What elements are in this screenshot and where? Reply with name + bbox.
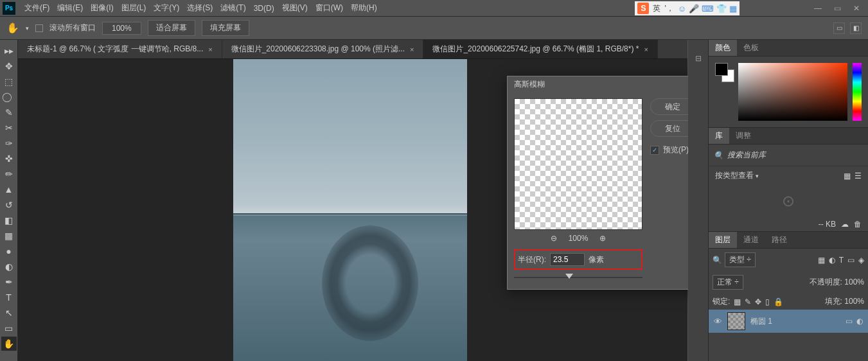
menu-layer[interactable]: 图层(L) [118, 3, 150, 13]
maximize-button[interactable]: ▭ [828, 2, 846, 15]
menu-type[interactable]: 文字(Y) [150, 3, 183, 13]
tab-close-icon[interactable]: × [644, 46, 648, 53]
layer-thumbnail[interactable] [727, 312, 745, 330]
swatches-tab[interactable]: 色板 [737, 40, 765, 56]
color-tab[interactable]: 颜色 [709, 40, 737, 56]
color-swatches[interactable] [715, 63, 733, 81]
tool-chevron-icon[interactable]: ▾ [26, 25, 29, 31]
preview-checkbox[interactable]: ✓ [650, 146, 659, 155]
eyedropper-tool[interactable]: ✑ [1, 136, 17, 150]
eraser-tool[interactable]: ◧ [1, 213, 17, 227]
menu-select[interactable]: 选择(S) [183, 3, 217, 13]
scroll-all-checkbox[interactable] [35, 24, 43, 32]
radius-slider[interactable] [514, 272, 642, 283]
trash-icon[interactable]: 🗑 [854, 220, 862, 229]
panel-strip-icon[interactable]: ⊟ [695, 54, 702, 63]
tab-close-icon[interactable]: × [208, 46, 212, 53]
grid-view-icon[interactable]: ▦ [844, 172, 851, 180]
sogou-icon[interactable]: S [637, 3, 649, 14]
search-input[interactable]: 搜索当前库 [727, 150, 766, 161]
menu-view[interactable]: 视图(V) [278, 3, 312, 13]
mic-icon[interactable]: 🎤 [689, 4, 699, 13]
menu-window[interactable]: 窗口(W) [312, 3, 347, 13]
fill-value[interactable]: 100% [844, 297, 864, 306]
color-field[interactable] [738, 63, 847, 121]
preview-image[interactable] [514, 98, 642, 230]
quick-select-tool[interactable]: ✎ [1, 105, 17, 119]
shape-tool[interactable]: ▭ [1, 321, 17, 335]
expand-icon[interactable]: ▸▸ [1, 44, 17, 58]
gradient-tool[interactable]: ▦ [1, 229, 17, 243]
menu-help[interactable]: 帮助(H) [347, 3, 381, 13]
healing-tool[interactable]: ✜ [1, 152, 17, 166]
tab-close-icon[interactable]: × [410, 46, 414, 53]
hue-slider[interactable] [853, 63, 862, 121]
opacity-value[interactable]: 100% [844, 277, 864, 286]
paths-tab[interactable]: 路径 [765, 232, 793, 248]
zoom-out-icon[interactable]: ⊖ [551, 234, 557, 243]
fill-screen-button[interactable]: 填充屏幕 [202, 20, 249, 36]
keyboard-icon[interactable]: ⌨ [702, 4, 714, 13]
view-type-dropdown[interactable]: 按类型查看 [715, 171, 754, 180]
lock-pos-icon[interactable]: ✥ [755, 297, 761, 306]
toolbox-icon[interactable]: ▦ [729, 4, 737, 13]
cloud-icon[interactable]: ☁ [841, 220, 849, 229]
blend-mode-dropdown[interactable]: 正常 ÷ [713, 275, 743, 290]
menu-file[interactable]: 文件(F) [21, 3, 53, 13]
list-view-icon[interactable]: ☰ [855, 172, 862, 180]
lock-artboard-icon[interactable]: ▯ [765, 297, 770, 306]
menu-3d[interactable]: 3D(D) [250, 4, 278, 13]
opt-icon-2[interactable]: ◧ [850, 22, 862, 34]
menu-image[interactable]: 图像(I) [87, 3, 117, 13]
close-button[interactable]: ✕ [847, 2, 865, 15]
fit-screen-button[interactable]: 适合屏幕 [148, 20, 195, 36]
layer-fx-icon[interactable]: ◐ [856, 317, 863, 326]
libraries-tab[interactable]: 库 [709, 128, 729, 144]
filter-smart-icon[interactable]: ◈ [858, 256, 864, 265]
opt-icon-1[interactable]: ▭ [833, 22, 845, 34]
dodge-tool[interactable]: ◐ [1, 260, 17, 274]
ime-punct[interactable]: '， [664, 3, 673, 14]
lasso-tool[interactable]: ⃝ [1, 90, 17, 104]
type-tool[interactable]: T [1, 290, 17, 304]
filter-adjust-icon[interactable]: ◐ [829, 256, 835, 265]
filter-image-icon[interactable]: ▦ [818, 256, 825, 265]
layer-link-icon[interactable]: ▭ [846, 317, 853, 326]
lock-trans-icon[interactable]: ▦ [734, 297, 741, 306]
doc-tab-1[interactable]: 未标题-1 @ 66.7% ( 文字弧度 一键调节哈, RGB/8...× [18, 40, 222, 58]
hand-tool-icon[interactable]: ✋ [6, 22, 19, 34]
pen-tool[interactable]: ✒ [1, 275, 17, 289]
kind-dropdown[interactable]: 类型 ÷ [725, 252, 756, 267]
filter-shape-icon[interactable]: ▭ [847, 256, 855, 265]
brush-tool[interactable]: ✏ [1, 167, 17, 181]
emoji-icon[interactable]: ☺ [678, 4, 686, 13]
blur-tool[interactable]: ● [1, 244, 17, 258]
radius-input[interactable] [550, 253, 585, 266]
doc-tab-2[interactable]: 微信图片_20200606223308.jpg @ 100% (照片滤...× [222, 40, 424, 58]
visibility-icon[interactable]: 👁 [714, 317, 722, 326]
adjustments-tab[interactable]: 调整 [729, 128, 757, 144]
doc-tab-3[interactable]: 微信图片_20200606225742.jpg @ 66.7% (椭圆 1, R… [423, 40, 657, 58]
layer-item[interactable]: 👁 椭圆 1 ▭ ◐ [709, 310, 868, 333]
stamp-tool[interactable]: ▲ [1, 182, 17, 197]
kind-filter-icon[interactable]: 🔍 [713, 256, 722, 265]
move-tool[interactable]: ✥ [1, 59, 17, 73]
history-brush-tool[interactable]: ↺ [1, 198, 17, 212]
crop-tool[interactable]: ✂ [1, 121, 17, 135]
marquee-tool[interactable]: ⬚ [1, 75, 17, 89]
skin-icon[interactable]: 👕 [716, 4, 727, 13]
hand-tool[interactable]: ✋ [1, 337, 17, 351]
menu-filter[interactable]: 滤镜(T) [217, 3, 249, 13]
zoom-in-icon[interactable]: ⊕ [599, 234, 606, 243]
layer-name[interactable]: 椭圆 1 [750, 316, 772, 327]
layers-tab[interactable]: 图层 [709, 232, 737, 248]
zoom-value[interactable]: 100% [102, 22, 141, 35]
lock-pixel-icon[interactable]: ✎ [745, 297, 751, 306]
path-tool[interactable]: ↖ [1, 306, 17, 320]
menu-edit[interactable]: 编辑(E) [53, 3, 87, 13]
lock-all-icon[interactable]: 🔒 [774, 297, 783, 306]
minimize-button[interactable]: — [809, 2, 827, 15]
filter-type-icon[interactable]: T [839, 256, 844, 265]
ime-lang[interactable]: 英 [653, 3, 660, 14]
channels-tab[interactable]: 通道 [737, 232, 765, 248]
